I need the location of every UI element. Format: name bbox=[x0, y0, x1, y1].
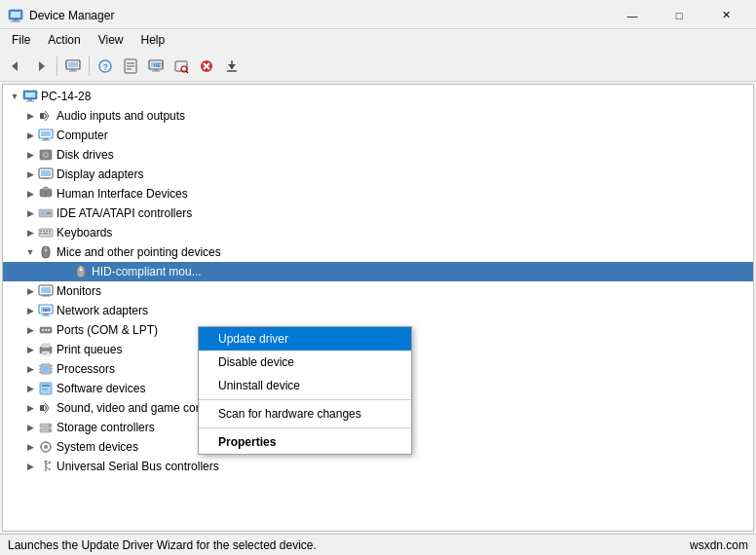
svg-line-23 bbox=[186, 71, 188, 73]
tree-item-monitors[interactable]: Monitors bbox=[3, 281, 753, 301]
computer-toggle[interactable] bbox=[22, 128, 38, 143]
scan-hardware-label: Scan for hardware changes bbox=[218, 407, 361, 421]
window-title: Device Manager bbox=[29, 9, 114, 22]
hid-icon bbox=[38, 186, 54, 202]
disk-toggle[interactable] bbox=[22, 147, 38, 163]
menu-file[interactable]: File bbox=[4, 31, 38, 49]
monitors-icon bbox=[38, 283, 54, 299]
svg-rect-49 bbox=[41, 211, 45, 215]
processors-label: Processors bbox=[57, 362, 115, 376]
title-bar: Device Manager — □ ✕ bbox=[0, 0, 756, 29]
download-button[interactable] bbox=[220, 55, 244, 78]
usb-toggle[interactable] bbox=[22, 459, 38, 474]
tree-item-hid[interactable]: Human Interface Devices bbox=[3, 184, 753, 204]
status-right: wsxdn.com bbox=[690, 538, 748, 552]
audio-toggle[interactable] bbox=[22, 108, 38, 124]
hid-label: Human Interface Devices bbox=[57, 187, 188, 201]
keyboards-icon bbox=[38, 225, 54, 240]
svg-rect-34 bbox=[40, 113, 44, 119]
software-toggle[interactable] bbox=[22, 381, 38, 396]
ports-label: Ports (COM & LPT) bbox=[57, 323, 158, 337]
processors-toggle[interactable] bbox=[22, 361, 38, 377]
tree-view[interactable]: PC-14-28 Audio inputs and outputs bbox=[2, 84, 754, 532]
uninstall-button[interactable] bbox=[195, 55, 218, 78]
keyboards-toggle[interactable] bbox=[22, 225, 38, 240]
svg-rect-47 bbox=[44, 187, 48, 191]
svg-point-61 bbox=[45, 249, 48, 251]
monitors-label: Monitors bbox=[57, 284, 101, 298]
svg-rect-57 bbox=[43, 233, 48, 235]
ide-toggle[interactable] bbox=[22, 205, 38, 221]
context-scan-hardware[interactable]: Scan for hardware changes bbox=[199, 402, 411, 426]
ports-toggle[interactable] bbox=[22, 322, 38, 338]
svg-rect-37 bbox=[44, 138, 48, 140]
context-update-driver[interactable]: Update driver bbox=[199, 327, 411, 351]
toolbar-sep-1 bbox=[57, 56, 57, 76]
svg-point-100 bbox=[44, 445, 48, 449]
context-menu: Update driver Disable device Uninstall d… bbox=[198, 326, 412, 455]
hid-toggle[interactable] bbox=[22, 186, 38, 202]
menu-bar: File Action View Help bbox=[0, 29, 756, 51]
system-toggle[interactable] bbox=[22, 439, 38, 455]
maximize-button[interactable]: □ bbox=[657, 6, 701, 25]
properties-label: Properties bbox=[218, 435, 276, 449]
computer-button[interactable] bbox=[61, 55, 85, 78]
scan-button[interactable] bbox=[170, 55, 193, 78]
tree-item-ide[interactable]: IDE ATA/ATAPI controllers bbox=[3, 204, 753, 223]
context-disable-device[interactable]: Disable device bbox=[199, 351, 411, 374]
properties-button[interactable] bbox=[119, 55, 142, 78]
print-icon bbox=[38, 342, 54, 357]
svg-rect-77 bbox=[48, 329, 50, 331]
svg-rect-76 bbox=[45, 329, 47, 331]
svg-rect-56 bbox=[40, 233, 42, 235]
minimize-button[interactable]: — bbox=[610, 6, 655, 25]
mice-toggle[interactable] bbox=[22, 244, 38, 260]
tree-item-disk[interactable]: Disk drives bbox=[3, 145, 753, 165]
menu-help[interactable]: Help bbox=[133, 31, 173, 49]
tree-item-computer[interactable]: Computer bbox=[3, 126, 753, 145]
back-button[interactable] bbox=[4, 55, 27, 78]
svg-rect-36 bbox=[41, 131, 51, 136]
tree-item-usb[interactable]: Universal Serial Bus controllers bbox=[3, 457, 753, 476]
mice-label: Mice and other pointing devices bbox=[57, 245, 221, 259]
tree-item-display[interactable]: Display adapters bbox=[3, 165, 753, 184]
ide-icon bbox=[38, 205, 54, 221]
close-button[interactable]: ✕ bbox=[703, 6, 748, 25]
context-properties[interactable]: Properties bbox=[199, 430, 411, 454]
display-toggle[interactable] bbox=[22, 166, 38, 182]
tree-item-keyboards[interactable]: Keyboards bbox=[3, 223, 753, 242]
svg-rect-7 bbox=[68, 62, 78, 67]
menu-action[interactable]: Action bbox=[40, 31, 88, 49]
usb-label: Universal Serial Bus controllers bbox=[57, 460, 219, 473]
hid-mouse-label: HID-compliant mou... bbox=[92, 265, 202, 278]
svg-rect-18 bbox=[154, 69, 158, 71]
svg-point-109 bbox=[49, 468, 51, 470]
root-icon bbox=[22, 89, 38, 104]
network-button[interactable]: NET bbox=[144, 55, 168, 78]
tree-item-network[interactable]: NET Network adapters bbox=[3, 301, 753, 320]
svg-rect-19 bbox=[152, 70, 160, 71]
tree-item-mice[interactable]: Mice and other pointing devices bbox=[3, 242, 753, 262]
network-toggle[interactable] bbox=[22, 303, 38, 318]
context-uninstall-device[interactable]: Uninstall device bbox=[199, 374, 411, 397]
svg-rect-58 bbox=[49, 233, 51, 235]
svg-rect-52 bbox=[40, 231, 42, 233]
menu-view[interactable]: View bbox=[91, 31, 132, 49]
usb-icon bbox=[38, 459, 54, 474]
svg-marker-5 bbox=[39, 61, 45, 71]
monitors-toggle[interactable] bbox=[22, 283, 38, 299]
disk-icon bbox=[38, 147, 54, 163]
svg-rect-54 bbox=[46, 231, 48, 233]
tree-item-hid-mouse[interactable]: HID-compliant mou... bbox=[3, 262, 753, 281]
forward-button[interactable] bbox=[29, 55, 53, 78]
svg-rect-1 bbox=[11, 12, 20, 18]
svg-point-97 bbox=[49, 425, 51, 426]
root-toggle[interactable] bbox=[7, 89, 22, 104]
sound-toggle[interactable] bbox=[22, 400, 38, 416]
tree-item-audio[interactable]: Audio inputs and outputs bbox=[3, 106, 753, 126]
help-button[interactable]: ? bbox=[94, 55, 117, 78]
storage-toggle[interactable] bbox=[22, 420, 38, 435]
software-label: Software devices bbox=[57, 382, 145, 395]
print-toggle[interactable] bbox=[22, 342, 38, 357]
tree-root[interactable]: PC-14-28 bbox=[3, 87, 753, 106]
